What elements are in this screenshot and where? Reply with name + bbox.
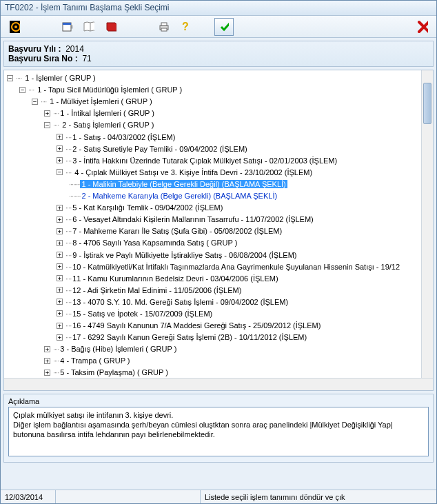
status-date: 12/03/2014	[1, 490, 56, 503]
tree-node[interactable]: +····1 - Satış - 04/03/2002 (İŞLEM)	[57, 130, 433, 142]
expand-icon[interactable]: +	[44, 346, 50, 352]
collapse-icon[interactable]: −	[19, 87, 26, 93]
status-message: Listede seçili işlem tanımını döndür ve …	[201, 490, 436, 503]
calendar-icon	[61, 21, 72, 33]
tree-node[interactable]: +····12 - Adi Şirketin Mal Edinimi - 11/…	[57, 284, 433, 296]
tree-node[interactable]: +····1 - İntikal İşlemleri ( GRUP )	[44, 107, 433, 119]
tree-node[interactable]: +····9 - İştirak ve Paylı Mülkiyette İşt…	[57, 248, 433, 260]
expand-icon[interactable]: +	[57, 263, 63, 270]
tree-label: 5 - Taksim (Paylaşma) ( GRUP )	[59, 368, 170, 376]
expand-icon[interactable]: +	[44, 110, 50, 117]
print-button[interactable]	[154, 18, 173, 36]
tree-label: 1 - Malikin Talebiyle (Belge Gerekli Değ…	[80, 180, 287, 188]
tree-label: 3 - İntifa Hakkını Üzerinde Tutarak Çıpl…	[71, 157, 338, 165]
tree-label: 1 - Mülkiyet İşlemleri ( GRUP )	[48, 97, 153, 105]
expand-icon[interactable]: +	[57, 134, 63, 140]
tree-label: 3 - Bağış (Hibe) İşlemleri ( GRUP )	[59, 345, 178, 353]
close-button[interactable]	[413, 18, 432, 36]
tree-node[interactable]: +····7 - Mahkeme Kararı İle Satış (Şufa …	[57, 225, 433, 236]
tree-label: 4 - Çıplak Mülkiyet Satışı ve 3. Kişiye …	[73, 168, 314, 177]
tree-leaf[interactable]: ········2 - Mahkeme Kararıyla (Belge Ger…	[69, 190, 433, 201]
tree-label: 2 - Satış Suretiyle Pay Temliki - 09/04/…	[71, 145, 249, 153]
sira-label: Başvuru Sıra No :	[8, 54, 78, 63]
tree-label: 1 - İşlemler ( GRUP )	[23, 74, 96, 82]
tree-label: 7 - Mahkeme Kararı İle Satış (Şufa Gibi)…	[71, 227, 283, 235]
expand-icon[interactable]: +	[57, 157, 63, 163]
tree-node[interactable]: +····13 - 4070 S.Y. 10. Md. Gereği Satış…	[57, 296, 433, 308]
expand-icon[interactable]: +	[57, 323, 63, 329]
sira-value: 71	[82, 54, 91, 63]
year-label: Başvuru Yılı :	[8, 44, 61, 54]
tree-label: 1 - Tapu Sicil Müdürlüğü İşlemleri ( GRU…	[36, 85, 183, 94]
expand-icon[interactable]: +	[57, 240, 63, 246]
help-button[interactable]: ?	[176, 18, 195, 36]
svg-rect-8	[161, 28, 167, 31]
tree-node[interactable]: +····6 - Vesayet Altındaki Kişilerin Mal…	[57, 213, 433, 225]
description-header: Açıklama	[8, 397, 429, 405]
tree-label: 4 - Trampa ( GRUP )	[59, 356, 131, 365]
close-icon	[417, 20, 428, 34]
expand-icon[interactable]: +	[57, 216, 63, 223]
tree-node[interactable]: +····17 - 6292 Sayılı Kanun Gereği Satış…	[57, 331, 433, 343]
tree-node[interactable]: +····4 - Trampa ( GRUP )	[44, 354, 433, 366]
book-open-button[interactable]	[79, 18, 99, 36]
book-red-button[interactable]	[101, 18, 121, 36]
collapse-icon[interactable]: −	[32, 99, 38, 105]
book-icon	[105, 21, 116, 32]
tree-label: 9 - İştirak ve Paylı Mülkiyette İştirakl…	[71, 251, 298, 259]
vertical-scrollbar[interactable]	[421, 70, 433, 378]
tree-node[interactable]: +····3 - İntifa Hakkını Üzerinde Tutarak…	[57, 154, 433, 166]
tree-scroll[interactable]: −···· 1 - İşlemler ( GRUP ) −···· 1 - Ta…	[4, 70, 433, 378]
window-titlebar: TF0202 - İşlem Tanımı Başlama Şekli Seçi…	[1, 1, 436, 16]
expand-icon[interactable]: +	[57, 145, 63, 152]
svg-text:?: ?	[182, 21, 189, 32]
sun-icon	[9, 20, 20, 34]
tree-label: 1 - İntikal İşlemleri ( GRUP )	[59, 109, 156, 117]
tree-node[interactable]: +····15 - Satış ve İpotek - 15/07/2009 (…	[57, 308, 433, 319]
tree-node[interactable]: +····2 - Satış Suretiyle Pay Temliki - 0…	[57, 143, 433, 154]
confirm-button[interactable]	[214, 18, 234, 36]
app-icon-button[interactable]	[5, 18, 24, 36]
calendar-button[interactable]	[57, 18, 77, 36]
tree-label: 15 - Satış ve İpotek - 15/07/2009 (İŞLEM…	[71, 310, 214, 318]
horizontal-scrollbar[interactable]	[4, 378, 433, 390]
tree-node[interactable]: +····3 - Bağış (Hibe) İşlemleri ( GRUP )	[44, 343, 433, 354]
scrollbar-thumb[interactable]	[423, 83, 431, 124]
tree-node[interactable]: −···· 1 - Mülkiyet İşlemleri ( GRUP ) +·…	[32, 95, 433, 378]
tree-node[interactable]: −···· 2 - Satış İşlemleri ( GRUP ) +····…	[44, 119, 433, 343]
description-line: Diğer işlem bağlantısı aşamasında şerh/b…	[13, 420, 424, 439]
tree-leaf-selected[interactable]: ········1 - Malikin Talebiyle (Belge Ger…	[69, 178, 433, 190]
description-panel: Açıklama Çıplak mülkiyet satışı ile inti…	[3, 394, 434, 463]
tree-node[interactable]: −···· 1 - Tapu Sicil Müdürlüğü İşlemleri…	[19, 83, 433, 378]
tree-label: 5 - Kat Karşılığı Temlik - 09/04/2002 (İ…	[71, 203, 224, 212]
window-title: TF0202 - İşlem Tanımı Başlama Şekli Seçi…	[5, 3, 170, 12]
tree-node[interactable]: +····5 - Taksim (Paylaşma) ( GRUP )	[44, 366, 433, 378]
expand-icon[interactable]: +	[57, 287, 63, 293]
tree-node[interactable]: −···· 4 - Çıplak Mülkiyet Satışı ve 3. K…	[57, 166, 433, 201]
expand-icon[interactable]: +	[44, 358, 50, 364]
status-bar: 12/03/2014 Listede seçili işlem tanımını…	[1, 490, 436, 503]
status-empty	[56, 490, 201, 503]
tree-node[interactable]: +····5 - Kat Karşılığı Temlik - 09/04/20…	[57, 201, 433, 213]
tree-label: 16 - 4749 Sayılı Kanunun 7/A Maddesi Ger…	[71, 321, 322, 330]
tree-root[interactable]: −···· 1 - İşlemler ( GRUP ) −···· 1 - Ta…	[7, 72, 433, 378]
collapse-icon[interactable]: −	[57, 169, 63, 175]
expand-icon[interactable]: +	[57, 334, 63, 341]
expand-icon[interactable]: +	[57, 228, 63, 234]
expand-icon[interactable]: +	[57, 299, 63, 305]
tree-label: 1 - Satış - 04/03/2002 (İŞLEM)	[71, 133, 176, 141]
collapse-icon[interactable]: −	[44, 122, 50, 128]
expand-icon[interactable]: +	[57, 205, 63, 211]
expand-icon[interactable]: +	[57, 275, 63, 281]
tree-node[interactable]: +····11 - Kamu Kurumlarının Bedelsiz Dev…	[57, 272, 433, 284]
expand-icon[interactable]: +	[57, 252, 63, 258]
tree-node[interactable]: +····10 - Katmülkiyetli/Kat İrtifaklı Ta…	[57, 261, 433, 272]
tree-node[interactable]: +····8 - 4706 Sayılı Yasa Kapsamında Sat…	[57, 236, 433, 248]
tree-label: 2 - Mahkeme Kararıyla (Belge Gerekli) (B…	[80, 192, 278, 200]
tree-container: −···· 1 - İşlemler ( GRUP ) −···· 1 - Ta…	[3, 70, 434, 391]
svg-point-2	[14, 26, 17, 28]
expand-icon[interactable]: +	[57, 310, 63, 316]
tree-node[interactable]: +····16 - 4749 Sayılı Kanunun 7/A Maddes…	[57, 319, 433, 331]
expand-icon[interactable]: +	[44, 370, 50, 376]
collapse-icon[interactable]: −	[7, 75, 13, 81]
